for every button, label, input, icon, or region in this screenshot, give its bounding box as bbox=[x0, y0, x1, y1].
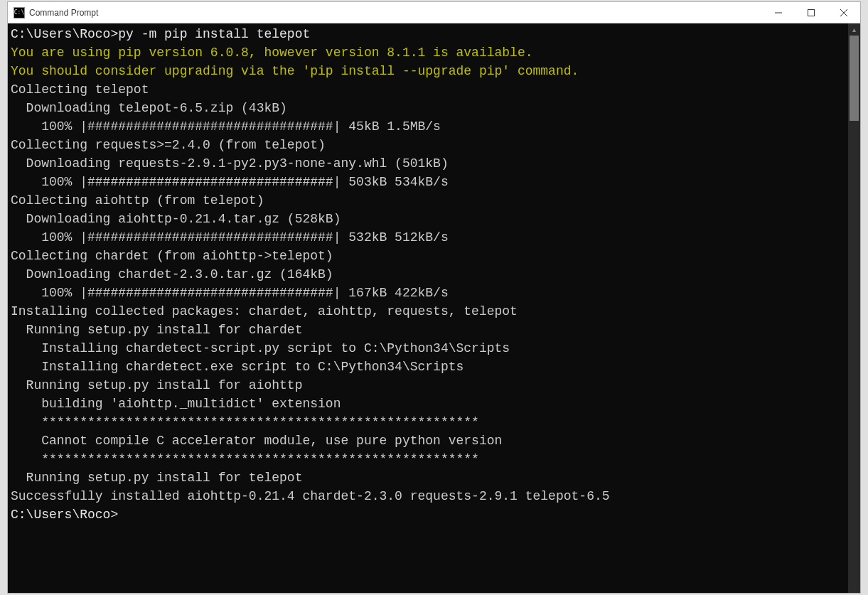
progress-line: 100% |################################| … bbox=[11, 228, 845, 247]
output-line: Collecting chardet (from aiohttp->telepo… bbox=[11, 247, 845, 265]
terminal-area: C:\Users\Roco>py -m pip install telepotY… bbox=[8, 23, 860, 593]
svg-rect-1 bbox=[808, 9, 815, 16]
output-line: Downloading requests-2.9.1-py2.py3-none-… bbox=[11, 154, 845, 173]
output-line: Installing collected packages: chardet, … bbox=[11, 302, 845, 321]
progress-line: 100% |################################| … bbox=[11, 173, 845, 191]
output-line: Downloading chardet-2.3.0.tar.gz (164kB) bbox=[11, 265, 845, 284]
pip-warning-line: You are using pip version 6.0.8, however… bbox=[11, 43, 845, 62]
window-controls bbox=[762, 2, 860, 23]
output-line: Downloading aiohttp-0.21.4.tar.gz (528kB… bbox=[11, 210, 845, 228]
scroll-thumb[interactable] bbox=[850, 36, 859, 121]
prompt-path: C:\Users\Roco> bbox=[11, 27, 118, 41]
progress-line: 100% |################################| … bbox=[11, 284, 845, 302]
window-title: Command Prompt bbox=[29, 8, 98, 18]
output-line: Collecting aiohttp (from telepot) bbox=[11, 191, 845, 210]
output-line: ****************************************… bbox=[11, 413, 845, 431]
output-line: Cannot compile C accelerator module, use… bbox=[11, 431, 845, 450]
output-line: Running setup.py install for telepot bbox=[11, 468, 845, 487]
terminal-output[interactable]: C:\Users\Roco>py -m pip install telepotY… bbox=[8, 23, 848, 593]
maximize-button[interactable] bbox=[795, 2, 827, 23]
scroll-up-icon[interactable]: ▴ bbox=[848, 23, 860, 36]
output-line: Running setup.py install for chardet bbox=[11, 321, 845, 339]
output-line: building 'aiohttp._multidict' extension bbox=[11, 395, 845, 413]
output-line: Installing chardetect.exe script to C:\P… bbox=[11, 358, 845, 376]
output-line: Installing chardetect-script.py script t… bbox=[11, 339, 845, 358]
progress-line: 100% |################################| … bbox=[11, 117, 845, 136]
output-line: ****************************************… bbox=[11, 450, 845, 468]
output-line: Running setup.py install for aiohttp bbox=[11, 376, 845, 395]
output-line: Collecting requests>=2.4.0 (from telepot… bbox=[11, 136, 845, 154]
minimize-button[interactable] bbox=[762, 2, 795, 23]
output-line: Downloading telepot-6.5.zip (43kB) bbox=[11, 99, 845, 117]
output-line: Successfully installed aiohttp-0.21.4 ch… bbox=[11, 487, 845, 505]
prompt-path: C:\Users\Roco> bbox=[11, 505, 845, 524]
prompt-command: py -m pip install telepot bbox=[118, 27, 310, 41]
titlebar[interactable]: C:\ Command Prompt bbox=[8, 2, 860, 23]
pip-warning-line: You should consider upgrading via the 'p… bbox=[11, 62, 845, 80]
cmd-app-icon: C:\ bbox=[14, 7, 25, 18]
vertical-scrollbar[interactable]: ▴ bbox=[848, 23, 860, 593]
output-line: Collecting telepot bbox=[11, 80, 845, 99]
command-prompt-window: C:\ Command Prompt C:\Users\Roco>py -m p… bbox=[7, 1, 861, 594]
close-button[interactable] bbox=[827, 2, 860, 23]
